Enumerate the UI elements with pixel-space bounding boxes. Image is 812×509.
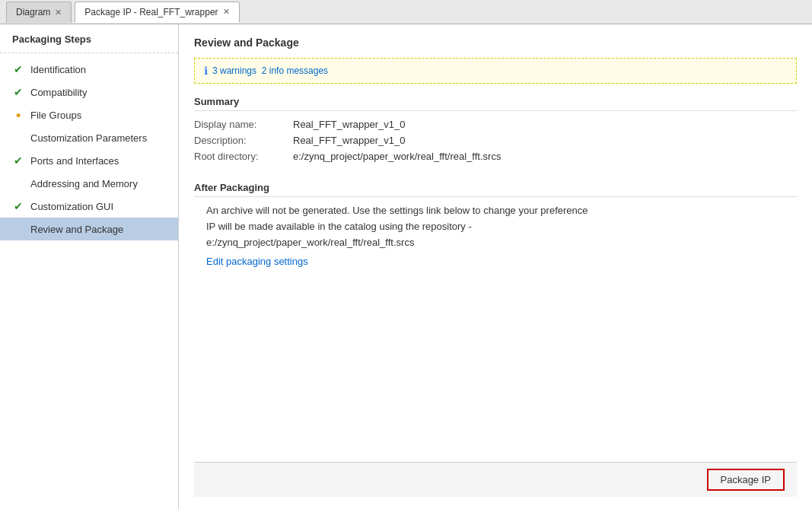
tab-diagram-close[interactable]: ✕	[55, 8, 62, 17]
sidebar-item-ports-and-interfaces[interactable]: ✔ Ports and Interfaces	[0, 149, 178, 172]
sidebar-item-label-ports-and-interfaces: Ports and Interfaces	[30, 155, 119, 167]
check-icon-review-and-package	[12, 223, 24, 235]
value-display-name: Real_FFT_wrapper_v1_0	[293, 119, 405, 130]
label-description: Description:	[194, 135, 293, 146]
after-packaging-section: After Packaging An archive will not be g…	[194, 182, 797, 267]
main-container: Packaging Steps ✔ Identification ✔ Compa…	[0, 24, 812, 509]
check-icon-customization-gui: ✔	[12, 200, 24, 212]
tab-package-ip[interactable]: Package IP - Real_FFT_wrapper ✕	[75, 2, 239, 23]
warning-banner: ℹ 3 warnings 2 info messages	[194, 58, 797, 84]
tab-package-ip-label: Package IP - Real_FFT_wrapper	[84, 7, 218, 17]
field-root-directory: Root directory: e:/zynq_project/paper_wo…	[194, 151, 797, 162]
content-area: Review and Package ℹ 3 warnings 2 info m…	[179, 24, 812, 509]
check-icon-identification: ✔	[12, 63, 24, 75]
sidebar-item-review-and-package[interactable]: Review and Package	[0, 218, 178, 240]
package-ip-button[interactable]: Package IP	[707, 469, 785, 491]
sidebar-item-label-customization-gui: Customization GUI	[30, 201, 113, 212]
after-packaging-content: An archive will not be generated. Use th…	[194, 205, 797, 267]
sidebar-item-label-compatibility: Compatibility	[30, 87, 87, 98]
sidebar-item-label-file-groups: File Groups	[30, 110, 81, 121]
check-icon-customization-parameters	[12, 132, 24, 144]
check-icon-ports-and-interfaces: ✔	[12, 154, 24, 167]
sidebar-item-addressing-and-memory[interactable]: Addressing and Memory	[0, 172, 178, 195]
bottom-bar: Package IP	[194, 462, 797, 497]
tab-bar: Diagram ✕ Package IP - Real_FFT_wrapper …	[0, 0, 812, 24]
info-icon: ℹ	[204, 65, 208, 77]
check-icon-compatibility: ✔	[12, 86, 24, 98]
sidebar-item-file-groups[interactable]: ● File Groups	[0, 103, 178, 126]
tab-diagram[interactable]: Diagram ✕	[6, 2, 72, 23]
label-display-name: Display name:	[194, 119, 293, 130]
field-description: Description: Real_FFT_wrapper_v1_0	[194, 135, 797, 146]
check-icon-file-groups: ●	[12, 109, 24, 121]
after-packaging-line-1: An archive will not be generated. Use th…	[194, 205, 797, 216]
sidebar-item-label-identification: Identification	[30, 64, 86, 75]
tab-diagram-label: Diagram	[16, 7, 50, 17]
edit-packaging-settings-link[interactable]: Edit packaging settings	[194, 256, 308, 267]
sidebar-item-customization-gui[interactable]: ✔ Customization GUI	[0, 195, 178, 218]
info-messages-link[interactable]: 2 info messages	[262, 65, 328, 76]
warnings-link[interactable]: 3 warnings	[212, 65, 256, 76]
sidebar-item-label-review-and-package: Review and Package	[30, 224, 123, 235]
check-icon-addressing-and-memory	[12, 177, 24, 189]
sidebar-item-label-customization-parameters: Customization Parameters	[30, 132, 147, 144]
after-packaging-line-2: IP will be made available in the catalog…	[194, 221, 797, 232]
field-display-name: Display name: Real_FFT_wrapper_v1_0	[194, 119, 797, 130]
label-root-directory: Root directory:	[194, 151, 293, 162]
after-packaging-line-3: e:/zynq_project/paper_work/real_fft/real…	[194, 237, 797, 248]
sidebar-item-customization-parameters[interactable]: Customization Parameters	[0, 126, 178, 149]
after-packaging-title: After Packaging	[194, 182, 797, 197]
tab-package-ip-close[interactable]: ✕	[223, 7, 230, 17]
sidebar-title: Packaging Steps	[0, 33, 178, 53]
summary-title: Summary	[194, 96, 797, 111]
content-title: Review and Package	[194, 37, 797, 49]
summary-section: Summary Display name: Real_FFT_wrapper_v…	[194, 96, 797, 167]
value-root-directory: e:/zynq_project/paper_work/real_fft/real…	[293, 151, 501, 162]
sidebar-item-identification[interactable]: ✔ Identification	[0, 58, 178, 81]
value-description: Real_FFT_wrapper_v1_0	[293, 135, 405, 146]
sidebar-item-compatibility[interactable]: ✔ Compatibility	[0, 81, 178, 103]
sidebar-item-label-addressing-and-memory: Addressing and Memory	[30, 178, 138, 189]
sidebar: Packaging Steps ✔ Identification ✔ Compa…	[0, 24, 179, 509]
